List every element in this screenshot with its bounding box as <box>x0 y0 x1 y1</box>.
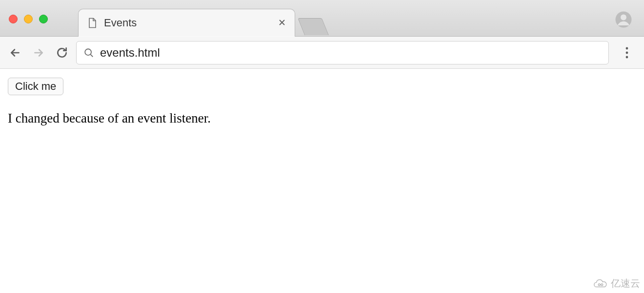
browser-titlebar: Events <box>0 0 644 37</box>
new-tab-button[interactable] <box>298 18 329 35</box>
browser-tab[interactable]: Events <box>78 9 295 37</box>
back-button[interactable] <box>6 43 24 62</box>
address-bar[interactable]: events.html <box>76 41 609 64</box>
window-minimize-button[interactable] <box>24 15 33 23</box>
svg-point-5 <box>626 56 628 58</box>
svg-point-2 <box>85 49 91 55</box>
watermark-text: 亿速云 <box>611 277 640 290</box>
click-me-button[interactable]: Click me <box>8 78 63 95</box>
tab-title: Events <box>104 17 276 29</box>
svg-point-6 <box>598 284 600 286</box>
page-viewport: Click me I changed because of an event l… <box>0 69 644 135</box>
profile-avatar-icon[interactable] <box>615 11 632 28</box>
cloud-icon <box>593 278 608 289</box>
tab-strip: Events <box>78 0 325 36</box>
svg-point-4 <box>626 51 628 54</box>
tab-close-icon[interactable] <box>276 16 288 30</box>
forward-button[interactable] <box>29 43 48 62</box>
window-maximize-button[interactable] <box>39 15 48 23</box>
browser-menu-button[interactable] <box>618 43 636 62</box>
event-result-text: I changed because of an event listener. <box>8 111 636 126</box>
svg-point-3 <box>626 47 628 49</box>
window-controls <box>9 15 48 23</box>
svg-point-7 <box>601 284 603 286</box>
reload-button[interactable] <box>53 43 71 62</box>
address-bar-text[interactable]: events.html <box>100 46 602 60</box>
svg-point-1 <box>621 15 626 21</box>
file-icon <box>86 17 98 29</box>
browser-toolbar: events.html <box>0 37 644 69</box>
window-close-button[interactable] <box>9 15 18 23</box>
search-icon <box>83 47 94 58</box>
watermark: 亿速云 <box>593 277 640 290</box>
